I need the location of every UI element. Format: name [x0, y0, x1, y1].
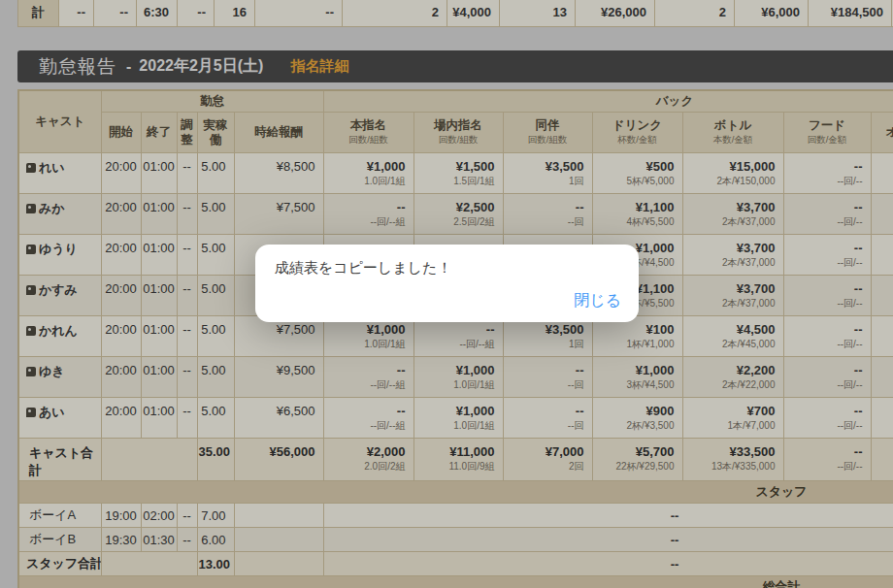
- toast-message: 成績表をコピーしました！: [275, 259, 451, 278]
- close-button[interactable]: 閉じる: [574, 291, 621, 311]
- copy-toast-dialog: 成績表をコピーしました！ 閉じる: [255, 245, 639, 322]
